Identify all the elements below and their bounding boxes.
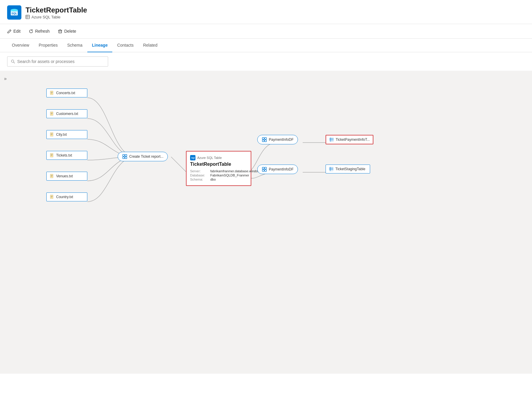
svg-text:SQL: SQL <box>12 12 17 15</box>
source-label-customers: Customers.txt <box>56 112 78 116</box>
svg-text:SQL: SQL <box>191 157 195 159</box>
source-label-country: Country.txt <box>56 195 73 199</box>
card-row-server: Server: fabrikamfranmer.database.windows <box>190 169 247 173</box>
edit-button[interactable]: Edit <box>7 28 20 35</box>
dataflow-icon-2 <box>262 167 267 172</box>
file-icon <box>50 132 54 137</box>
refresh-icon <box>29 29 33 34</box>
source-node-city[interactable]: City.txt <box>46 130 87 139</box>
output-process-node-1[interactable]: PaymentInfoDF <box>257 135 298 144</box>
sidebar-toggle[interactable]: » <box>0 71 11 374</box>
card-subtitle: Azure SQL Table <box>197 156 222 160</box>
refresh-button[interactable]: Refresh <box>29 28 50 35</box>
file-icon <box>50 111 54 116</box>
schema-label: Schema: <box>190 178 208 181</box>
source-label-city: City.txt <box>56 132 67 137</box>
lineage-connections <box>11 71 532 374</box>
source-node-tickets[interactable]: Tickets.txt <box>46 151 87 160</box>
svg-rect-49 <box>265 167 266 169</box>
card-title: TicketReportTable <box>190 162 247 167</box>
source-node-country[interactable]: Country.txt <box>46 192 87 201</box>
svg-rect-47 <box>265 140 266 142</box>
file-icon <box>50 91 54 95</box>
output-process-label-2: PaymentInfoDF <box>269 167 293 171</box>
table-icon <box>26 15 30 19</box>
output-process-node-2[interactable]: PaymentInfoDF <box>257 165 298 174</box>
main-detail-card[interactable]: SQL Azure SQL Table TicketReportTable Se… <box>186 151 251 186</box>
database-label: Database: <box>190 173 208 177</box>
output-node-1-highlighted[interactable]: TicketPaymentInfoT... <box>326 135 373 144</box>
svg-rect-8 <box>59 30 61 33</box>
svg-rect-4 <box>26 15 29 19</box>
edit-icon <box>7 29 12 34</box>
svg-rect-2 <box>11 10 18 12</box>
process-node-create[interactable]: Create Ticket report... <box>118 152 168 161</box>
delete-label: Delete <box>64 29 76 34</box>
source-node-customers[interactable]: Customers.txt <box>46 109 87 118</box>
svg-rect-40 <box>125 154 127 156</box>
asset-title: TicketReportTable <box>26 6 87 14</box>
source-node-concerts[interactable]: Concerts.txt <box>46 89 87 97</box>
file-icon <box>50 174 54 179</box>
header: SQL TicketReportTable Azure SQL Table <box>0 0 532 24</box>
svg-rect-48 <box>262 167 264 169</box>
tab-schema[interactable]: Schema <box>62 39 87 52</box>
tabs-bar: Overview Properties Schema Lineage Conta… <box>0 39 532 52</box>
card-header: SQL Azure SQL Table <box>190 155 247 160</box>
svg-rect-42 <box>125 157 127 159</box>
file-icon <box>50 153 54 158</box>
tab-lineage[interactable]: Lineage <box>87 39 113 52</box>
svg-rect-39 <box>123 154 124 156</box>
delete-button[interactable]: Delete <box>58 28 76 35</box>
source-label-concerts: Concerts.txt <box>56 91 75 95</box>
tab-related[interactable]: Related <box>138 39 162 52</box>
process-icon <box>122 154 127 159</box>
refresh-label: Refresh <box>35 29 50 34</box>
database-value: FabrikamSQLDB_Franmer <box>210 173 249 177</box>
output-process-label-1: PaymentInfoDF <box>269 138 293 142</box>
dataflow-icon <box>262 137 267 142</box>
source-label-venues: Venues.txt <box>56 174 73 178</box>
svg-rect-44 <box>262 138 264 139</box>
delete-icon <box>58 29 62 34</box>
edit-label: Edit <box>13 29 20 34</box>
output-label-2: TicketStagingTable <box>335 167 365 171</box>
card-row-schema: Schema: dbo <box>190 178 247 181</box>
output-label-1: TicketPaymentInfoT... <box>336 138 370 142</box>
svg-rect-52 <box>329 138 334 142</box>
sql-table-icon-2 <box>329 167 334 171</box>
svg-rect-56 <box>329 167 333 171</box>
toolbar: Edit Refresh Delete <box>0 24 532 39</box>
asset-type: Azure SQL Table <box>31 15 61 19</box>
sql-table-icon <box>329 137 334 142</box>
svg-rect-51 <box>265 170 266 171</box>
search-input[interactable] <box>17 59 104 64</box>
source-label-tickets: Tickets.txt <box>56 153 72 157</box>
asset-subtitle: Azure SQL Table <box>26 15 87 19</box>
file-icon <box>50 195 54 199</box>
svg-rect-46 <box>262 140 264 142</box>
server-value: fabrikamfranmer.database.windows <box>210 169 262 173</box>
source-node-venues[interactable]: Venues.txt <box>46 172 87 181</box>
process-label: Create Ticket report... <box>129 154 163 159</box>
output-node-2[interactable]: TicketStagingTable <box>326 165 370 173</box>
svg-line-14 <box>14 62 15 63</box>
lineage-container: » <box>0 71 532 374</box>
card-row-database: Database: FabrikamSQLDB_Franmer <box>190 173 247 177</box>
svg-rect-45 <box>265 138 266 139</box>
svg-rect-41 <box>123 157 124 159</box>
search-icon <box>11 59 15 64</box>
server-label: Server: <box>190 169 208 173</box>
search-input-wrap <box>7 56 108 67</box>
tab-properties[interactable]: Properties <box>34 39 62 52</box>
tab-contacts[interactable]: Contacts <box>112 39 138 52</box>
svg-rect-50 <box>262 170 264 171</box>
asset-icon: SQL <box>7 5 21 20</box>
header-text: TicketReportTable Azure SQL Table <box>26 6 87 19</box>
lineage-canvas: Concerts.txt Customers.txt <box>11 71 532 374</box>
search-bar <box>0 52 532 71</box>
schema-value: dbo <box>210 178 216 181</box>
tab-overview[interactable]: Overview <box>7 39 34 52</box>
sql-icon: SQL <box>190 155 195 160</box>
